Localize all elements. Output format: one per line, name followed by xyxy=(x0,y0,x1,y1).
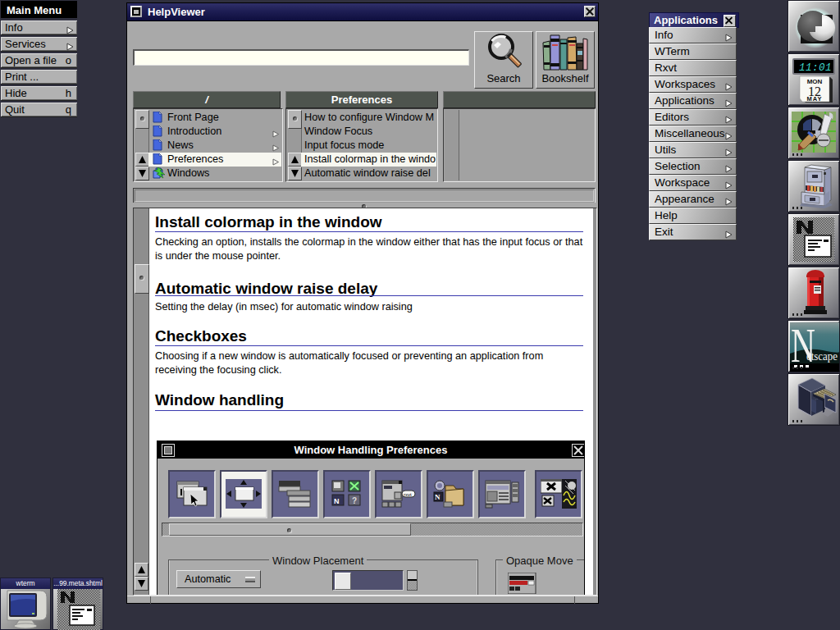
svg-text:N: N xyxy=(334,497,340,505)
svg-text:MAY: MAY xyxy=(807,95,823,103)
svg-text:N: N xyxy=(791,321,815,372)
svg-text:etscape: etscape xyxy=(806,349,838,363)
svg-text:rxvt: rxvt xyxy=(404,492,412,497)
svg-text:?: ? xyxy=(352,496,357,505)
svg-text:11:01: 11:01 xyxy=(799,62,832,74)
svg-text:N: N xyxy=(435,493,441,501)
